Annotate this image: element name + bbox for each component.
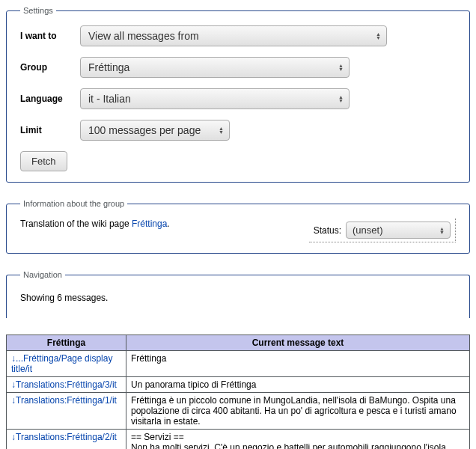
status-select[interactable]: (unset) ▲▼ bbox=[346, 222, 451, 239]
language-select[interactable]: it - Italian ▲▼ bbox=[80, 88, 350, 109]
settings-legend: Settings bbox=[20, 6, 56, 15]
group-select[interactable]: Fréttinga ▲▼ bbox=[80, 57, 350, 78]
table-row: ↓Translations:Fréttinga/2/it== Servizi =… bbox=[7, 430, 470, 450]
info-prefix: Translation of the wiki page bbox=[20, 219, 132, 229]
iwantto-row: I want to View all messages from ▲▼ bbox=[20, 25, 456, 46]
message-text-cell: Fréttinga bbox=[126, 351, 470, 377]
status-container: Status: (unset) ▲▼ bbox=[309, 219, 456, 242]
language-label: Language bbox=[20, 94, 80, 104]
settings-fieldset: Settings I want to View all messages fro… bbox=[6, 6, 470, 183]
message-key-cell: ↓Translations:Fréttinga/1/it bbox=[7, 393, 126, 430]
message-text-cell: == Servizi == Non ha molti servizi. C'è … bbox=[126, 430, 470, 450]
table-row: ↓Translations:Fréttinga/1/itFréttinga è … bbox=[7, 393, 470, 430]
message-key-link[interactable]: Translations:Fréttinga/2/it bbox=[16, 432, 117, 442]
col-header-key: Fréttinga bbox=[7, 335, 126, 351]
iwantto-value: View all messages from bbox=[80, 25, 387, 46]
message-key-cell: ↓Translations:Fréttinga/2/it bbox=[7, 430, 126, 450]
table-row: ↓Translations:Fréttinga/3/itUn panorama … bbox=[7, 377, 470, 393]
nav-showing: Showing 6 messages. bbox=[20, 290, 456, 318]
group-label: Group bbox=[20, 62, 80, 73]
messages-table: Fréttinga Current message text ↓...Frétt… bbox=[6, 335, 470, 449]
limit-row: Limit 100 messages per page ▲▼ bbox=[20, 120, 456, 141]
nav-fieldset: Navigation Showing 6 messages. bbox=[6, 270, 470, 318]
info-fieldset: Information about the group Translation … bbox=[6, 199, 470, 254]
limit-value: 100 messages per page bbox=[80, 120, 230, 141]
fetch-button[interactable]: Fetch bbox=[20, 151, 67, 171]
limit-label: Limit bbox=[20, 125, 80, 135]
limit-select[interactable]: 100 messages per page ▲▼ bbox=[80, 120, 230, 141]
table-row: ↓...Fréttinga/Page display title/itFrétt… bbox=[7, 351, 470, 377]
message-key-cell: ↓Translations:Fréttinga/3/it bbox=[7, 377, 126, 393]
message-key-cell: ↓...Fréttinga/Page display title/it bbox=[7, 351, 126, 377]
status-label: Status: bbox=[314, 225, 341, 236]
iwantto-select[interactable]: View all messages from ▲▼ bbox=[80, 25, 387, 46]
message-key-link[interactable]: Translations:Fréttinga/3/it bbox=[16, 379, 117, 390]
info-suffix: . bbox=[167, 219, 169, 229]
info-text: Translation of the wiki page Fréttinga. bbox=[20, 219, 170, 229]
group-row: Group Fréttinga ▲▼ bbox=[20, 57, 456, 78]
col-header-msg: Current message text bbox=[126, 335, 470, 351]
iwantto-label: I want to bbox=[20, 31, 80, 41]
info-link[interactable]: Fréttinga bbox=[132, 219, 167, 229]
message-text-cell: Fréttinga è un piccolo comune in MungoLa… bbox=[126, 393, 470, 430]
message-text-cell: Un panorama tipico di Fréttinga bbox=[126, 377, 470, 393]
group-value: Fréttinga bbox=[80, 57, 350, 78]
info-legend: Information about the group bbox=[20, 199, 127, 208]
status-value: (unset) bbox=[346, 222, 451, 239]
message-key-link[interactable]: Translations:Fréttinga/1/it bbox=[16, 395, 117, 406]
nav-legend: Navigation bbox=[20, 270, 65, 279]
language-row: Language it - Italian ▲▼ bbox=[20, 88, 456, 109]
language-value: it - Italian bbox=[80, 88, 350, 109]
message-key-link[interactable]: ...Fréttinga/Page display title/it bbox=[11, 353, 112, 374]
